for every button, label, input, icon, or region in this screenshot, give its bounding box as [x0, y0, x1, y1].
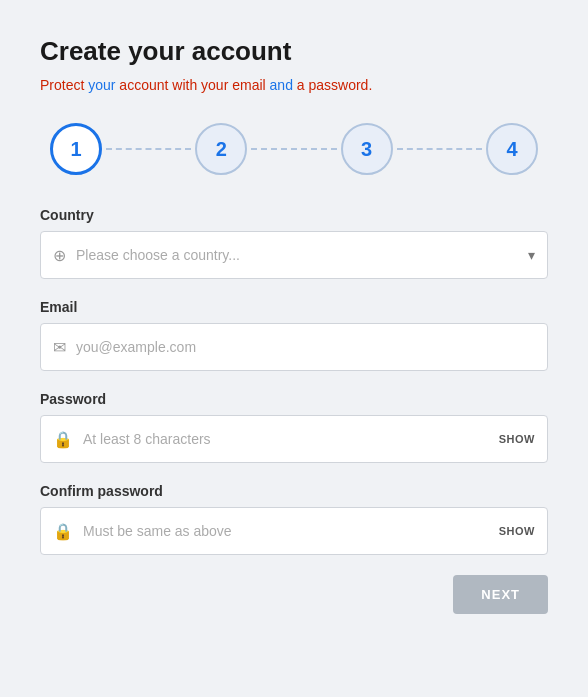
confirm-password-wrapper: 🔒 SHOW — [40, 507, 548, 555]
country-field-group: Country ⊕ ▾ — [40, 207, 548, 279]
password-field-group: Password 🔒 SHOW — [40, 391, 548, 463]
confirm-password-input[interactable] — [83, 523, 499, 539]
password-input[interactable] — [83, 431, 499, 447]
subtitle: Protect your account with your email and… — [40, 77, 548, 93]
country-dropdown[interactable]: ⊕ ▾ — [40, 231, 548, 279]
lock-icon: 🔒 — [53, 430, 73, 449]
password-wrapper: 🔒 SHOW — [40, 415, 548, 463]
country-input[interactable] — [76, 247, 528, 263]
confirm-password-field-group: Confirm password 🔒 SHOW — [40, 483, 548, 555]
chevron-down-icon: ▾ — [528, 247, 535, 263]
next-button[interactable]: NEXT — [453, 575, 548, 614]
email-icon: ✉ — [53, 338, 66, 357]
email-input[interactable] — [76, 339, 535, 355]
globe-icon: ⊕ — [53, 246, 66, 265]
password-label: Password — [40, 391, 548, 407]
step-4[interactable]: 4 — [486, 123, 538, 175]
account-creation-card: Create your account Protect your account… — [0, 0, 588, 697]
email-field-group: Email ✉ — [40, 299, 548, 371]
step-line-1-2 — [106, 148, 191, 150]
email-wrapper: ✉ — [40, 323, 548, 371]
confirm-password-label: Confirm password — [40, 483, 548, 499]
next-button-wrapper: NEXT — [40, 575, 548, 614]
confirm-password-show-button[interactable]: SHOW — [499, 525, 535, 537]
step-line-2-3 — [251, 148, 336, 150]
step-2[interactable]: 2 — [195, 123, 247, 175]
country-label: Country — [40, 207, 548, 223]
step-1[interactable]: 1 — [50, 123, 102, 175]
steps-indicator: 1 2 3 4 — [40, 123, 548, 175]
password-show-button[interactable]: SHOW — [499, 433, 535, 445]
confirm-lock-icon: 🔒 — [53, 522, 73, 541]
step-3[interactable]: 3 — [341, 123, 393, 175]
page-title: Create your account — [40, 36, 548, 67]
step-line-3-4 — [397, 148, 482, 150]
email-label: Email — [40, 299, 548, 315]
